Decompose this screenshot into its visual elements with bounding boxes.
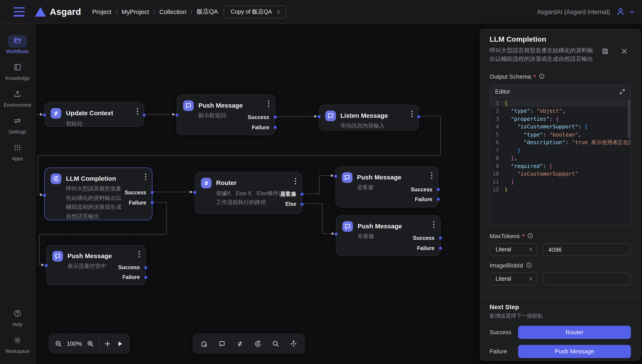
breadcrumb-project[interactable]: Project bbox=[92, 8, 111, 15]
chat-node-icon bbox=[52, 251, 63, 261]
grid-icon bbox=[13, 143, 22, 154]
line-number: 7 bbox=[490, 146, 505, 154]
output-port-dot[interactable] bbox=[150, 191, 153, 194]
node-menu-icon[interactable] bbox=[433, 221, 435, 228]
logo-triangle-icon bbox=[35, 7, 46, 16]
node-subtitle: 呼叫大型語言模型並產生結構化的資料輸出以輔助流程的決策或生成自然語言輸出 bbox=[66, 184, 126, 221]
node-subtitle: 等待訊息內容輸入 bbox=[340, 122, 388, 130]
input-port-dot[interactable] bbox=[193, 191, 196, 194]
chevron-down-icon[interactable] bbox=[628, 8, 635, 15]
add-start-node-icon[interactable] bbox=[200, 340, 208, 348]
node-push-message-flow-control[interactable]: Push Message表示流量控管中SuccessFailure bbox=[46, 245, 146, 285]
sidebar-item-label: Help bbox=[12, 322, 22, 327]
sidebar-item-environment[interactable]: Environment bbox=[4, 88, 31, 108]
breadcrumb-workflow[interactable]: 飯店QA bbox=[197, 8, 218, 16]
run-button[interactable] bbox=[116, 340, 124, 348]
node-menu-icon[interactable] bbox=[411, 110, 413, 117]
output-port-dot[interactable] bbox=[437, 198, 440, 201]
output-port-dot[interactable] bbox=[437, 188, 440, 191]
search-icon[interactable] bbox=[272, 340, 280, 348]
node-router[interactable]: Router依據If、Else If、Else條件決定工作流程執行的路徑是客服E… bbox=[194, 172, 302, 214]
node-menu-icon[interactable] bbox=[295, 178, 296, 184]
zoom-in-button[interactable] bbox=[86, 340, 95, 348]
sidebar-item-help[interactable]: Help bbox=[8, 308, 27, 327]
add-router-node-icon[interactable] bbox=[236, 340, 244, 348]
sidebar-item-label: Environment bbox=[4, 102, 31, 108]
sidebar-item-workflows[interactable]: Workflows bbox=[6, 35, 29, 54]
add-button[interactable] bbox=[104, 340, 112, 348]
sidebar-item-apps[interactable]: Apps bbox=[8, 142, 27, 161]
output-port-dot[interactable] bbox=[301, 193, 304, 196]
port-label: Else bbox=[285, 201, 296, 207]
edge-arrow-icon bbox=[332, 232, 334, 235]
input-port-dot[interactable] bbox=[317, 115, 320, 118]
swap-node-icon bbox=[51, 108, 61, 119]
input-port-dot[interactable] bbox=[43, 194, 46, 197]
node-listen-message[interactable]: Listen Message等待訊息內容輸入 bbox=[319, 104, 419, 130]
line-number: 5 bbox=[490, 131, 505, 139]
breadcrumb-myproject[interactable]: MyProject bbox=[122, 8, 149, 15]
sidebar-item-knowledge[interactable]: Knowledge bbox=[5, 62, 30, 81]
workflow-version-select[interactable]: Copy of 飯店QA bbox=[224, 5, 286, 18]
line-number: 12 bbox=[490, 186, 505, 194]
chat-node-icon bbox=[325, 110, 336, 121]
output-port-dot[interactable] bbox=[439, 236, 442, 240]
input-port-dot[interactable] bbox=[335, 232, 338, 236]
imageblobid-input[interactable] bbox=[543, 272, 631, 285]
info-icon[interactable] bbox=[527, 232, 534, 239]
input-port-dot[interactable] bbox=[334, 174, 337, 178]
node-menu-icon[interactable] bbox=[144, 173, 146, 180]
node-llm-completion[interactable]: LLM Completion呼叫大型語言模型並產生結構化的資料輸出以輔助流程的決… bbox=[44, 167, 152, 220]
info-icon[interactable] bbox=[538, 73, 545, 80]
maxtokens-input[interactable] bbox=[543, 243, 631, 256]
sidebar-item-settings[interactable]: Settings bbox=[8, 115, 27, 134]
node-push-message-not-cs[interactable]: Push Message非客服SuccessFailure bbox=[336, 215, 441, 256]
node-menu-icon[interactable] bbox=[138, 251, 140, 258]
expand-icon[interactable] bbox=[619, 88, 625, 94]
output-port-dot[interactable] bbox=[144, 276, 147, 279]
output-port-dot[interactable] bbox=[274, 116, 277, 119]
input-port-dot[interactable] bbox=[175, 113, 178, 116]
next-step-failure-button[interactable]: Push Message bbox=[518, 345, 631, 358]
output-port-dot[interactable] bbox=[150, 201, 153, 204]
llm-node-icon bbox=[51, 173, 61, 184]
node-push-message-welcome[interactable]: Push Message顯示歡迎詞SuccessFailure bbox=[177, 94, 275, 135]
output-port-dot[interactable] bbox=[274, 126, 277, 129]
code-line: 3 "properties": { bbox=[490, 115, 630, 123]
node-update-context[interactable]: Update Context初始化 bbox=[44, 102, 144, 127]
swap-node-icon bbox=[201, 178, 211, 188]
output-port-dot[interactable] bbox=[417, 115, 420, 118]
menu-icon[interactable] bbox=[14, 7, 25, 16]
info-icon[interactable] bbox=[526, 262, 532, 268]
code-editor[interactable]: 1{2 "type": "object",3 "properties": {4 … bbox=[490, 98, 630, 225]
editor-scrollbar[interactable] bbox=[628, 99, 630, 138]
node-push-message-is-cs[interactable]: Push Message是客服SuccessFailure bbox=[335, 166, 438, 207]
code-line: 1{ bbox=[490, 99, 630, 107]
node-menu-icon[interactable] bbox=[431, 172, 432, 179]
maxtokens-mode-select[interactable]: Literal bbox=[490, 243, 538, 256]
input-port-dot[interactable] bbox=[45, 264, 48, 267]
node-menu-icon[interactable] bbox=[136, 108, 138, 115]
node-title: Update Context bbox=[66, 108, 113, 117]
next-step-success-button[interactable]: Router bbox=[518, 326, 631, 339]
input-port-dot[interactable] bbox=[43, 113, 46, 116]
zoom-out-button[interactable] bbox=[54, 340, 62, 348]
breadcrumb-collection[interactable]: Collection bbox=[159, 8, 186, 15]
output-port-dot[interactable] bbox=[301, 202, 304, 206]
save-icon[interactable] bbox=[601, 47, 609, 55]
output-port-dot[interactable] bbox=[144, 266, 147, 269]
code-line: 5 "type": "boolean", bbox=[490, 131, 630, 139]
add-message-node-icon[interactable] bbox=[218, 340, 226, 348]
output-port-dot[interactable] bbox=[142, 113, 145, 116]
add-llm-node-icon[interactable] bbox=[254, 340, 262, 348]
port-label: Failure bbox=[252, 124, 269, 130]
user-icon[interactable] bbox=[616, 7, 625, 16]
sidebar-item-workspace[interactable]: Workspace bbox=[5, 335, 30, 354]
node-menu-icon[interactable] bbox=[268, 100, 269, 107]
output-port-dot[interactable] bbox=[439, 247, 442, 250]
panel-description: 呼叫大型語言模型並產生結構化的資料輸出以輔助流程的決策或生成自然語言輸出 bbox=[490, 46, 597, 64]
close-icon[interactable] bbox=[620, 47, 628, 55]
imageblobid-mode-select[interactable]: Literal bbox=[490, 272, 538, 285]
auto-layout-icon[interactable] bbox=[290, 340, 298, 348]
port-label: Failure bbox=[122, 274, 140, 280]
